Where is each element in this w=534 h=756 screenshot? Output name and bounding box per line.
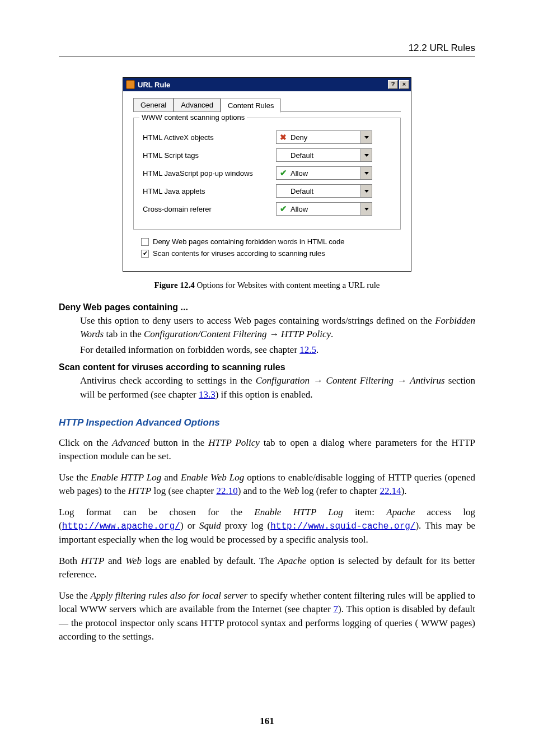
scan-viruses-checkbox[interactable]: ✔ bbox=[141, 250, 149, 258]
link-12-5[interactable]: 12.5 bbox=[299, 344, 316, 355]
tab-general[interactable]: General bbox=[133, 98, 174, 111]
help-button[interactable]: ? bbox=[388, 80, 398, 89]
term-deny-p1: Use this option to deny users to access … bbox=[80, 314, 475, 341]
java-label: HTML Java applets bbox=[143, 187, 276, 195]
figure-caption: Figure 12.4 Options for Websites with co… bbox=[59, 281, 475, 290]
allow-icon: ✔ bbox=[279, 204, 288, 213]
body-p5: Use the Apply filtering rules also for l… bbox=[59, 589, 475, 643]
activex-value: Deny bbox=[291, 133, 360, 142]
script-label: HTML Script tags bbox=[143, 151, 276, 160]
chevron-down-icon bbox=[360, 131, 372, 143]
page-number: 161 bbox=[0, 716, 534, 727]
page-header: 12.2 URL Rules bbox=[59, 43, 475, 54]
term-scan-p1: Antivirus check according to settings in… bbox=[80, 374, 475, 401]
body-p2: Use the Enable HTTP Log and Enable Web L… bbox=[59, 471, 475, 498]
scanning-options-fieldset: WWW content scanning options HTML Active… bbox=[133, 118, 401, 230]
activex-select[interactable]: ✖ Deny bbox=[276, 130, 372, 144]
referer-select[interactable]: ✔ Allow bbox=[276, 202, 372, 216]
term-deny-heading: Deny Web pages containing ... bbox=[59, 302, 475, 312]
popup-value: Allow bbox=[291, 169, 360, 178]
link-7[interactable]: 7 bbox=[334, 604, 339, 614]
link-13-3[interactable]: 13.3 bbox=[199, 389, 216, 400]
fieldset-legend: WWW content scanning options bbox=[139, 113, 247, 122]
body-p3: Log format can be chosen for the Enable … bbox=[59, 506, 475, 547]
tab-advanced[interactable]: Advanced bbox=[174, 98, 221, 111]
blank-icon bbox=[279, 151, 288, 160]
term-deny-p2: For detailed information on forbidden wo… bbox=[80, 343, 475, 357]
scan-viruses-label: Scan contents for viruses according to s… bbox=[153, 249, 325, 258]
section-heading: HTTP Inspection Advanced Options bbox=[59, 417, 475, 428]
deny-icon: ✖ bbox=[279, 133, 288, 142]
allow-icon: ✔ bbox=[279, 169, 288, 178]
tab-bar: General Advanced Content Rules bbox=[133, 98, 401, 112]
popup-label: HTML JavaScript pop-up windows bbox=[143, 169, 276, 178]
chevron-down-icon bbox=[360, 185, 372, 197]
script-value: Default bbox=[291, 151, 360, 160]
chevron-down-icon bbox=[360, 203, 372, 215]
popup-select[interactable]: ✔ Allow bbox=[276, 166, 372, 180]
link-apache[interactable]: http://www.apache.org/ bbox=[62, 521, 180, 531]
dialog-title: URL Rule bbox=[138, 81, 388, 89]
activex-label: HTML ActiveX objects bbox=[143, 133, 276, 142]
deny-forbidden-checkbox[interactable] bbox=[141, 238, 149, 246]
referer-label: Cross-domain referer bbox=[143, 205, 276, 213]
java-select[interactable]: Default bbox=[276, 184, 372, 198]
deny-forbidden-label: Deny Web pages containing forbidden word… bbox=[153, 237, 345, 246]
blank-icon bbox=[279, 186, 288, 195]
link-22-10[interactable]: 22.10 bbox=[216, 486, 237, 496]
java-value: Default bbox=[291, 187, 360, 195]
script-select[interactable]: Default bbox=[276, 148, 372, 162]
chevron-down-icon bbox=[360, 167, 372, 179]
chevron-down-icon bbox=[360, 149, 372, 161]
tab-content-rules[interactable]: Content Rules bbox=[221, 99, 281, 113]
url-rule-dialog: URL Rule ? × General Advanced Content Ru… bbox=[123, 77, 411, 272]
body-p4: Both HTTP and Web logs are enabled by de… bbox=[59, 554, 475, 581]
app-icon bbox=[126, 80, 135, 89]
link-squid[interactable]: http://www.squid-cache.org/ bbox=[270, 521, 415, 531]
link-22-14[interactable]: 22.14 bbox=[380, 486, 401, 496]
referer-value: Allow bbox=[291, 205, 360, 213]
titlebar: URL Rule ? × bbox=[123, 78, 411, 91]
body-p1: Click on the Advanced button in the HTTP… bbox=[59, 436, 475, 463]
term-scan-heading: Scan content for viruses according to sc… bbox=[59, 362, 475, 372]
close-button[interactable]: × bbox=[399, 80, 409, 89]
